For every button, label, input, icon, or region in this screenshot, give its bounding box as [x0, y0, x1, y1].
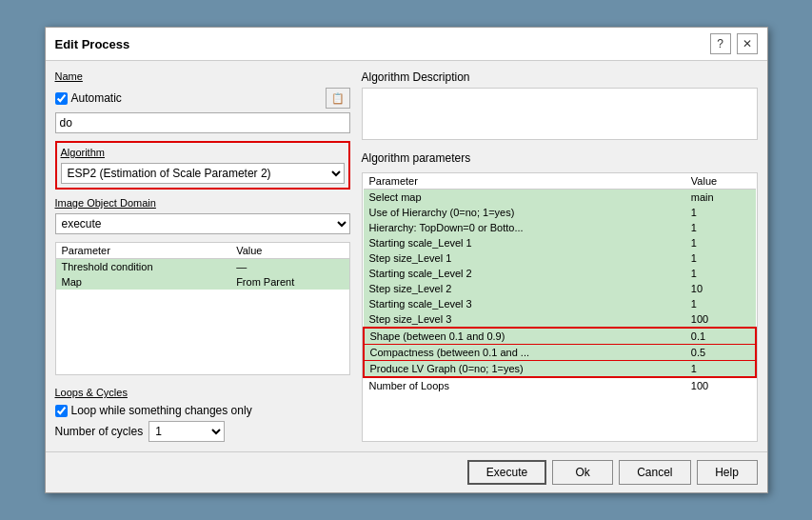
name-section: Name Automatic 📋: [55, 70, 350, 133]
cycles-select[interactable]: 1: [149, 421, 225, 442]
help-title-button[interactable]: ?: [710, 33, 731, 54]
table-row: Starting scale_Level 11: [364, 235, 756, 250]
domain-select[interactable]: execute: [55, 213, 350, 234]
name-label: Name: [55, 70, 350, 82]
name-input[interactable]: [55, 112, 350, 133]
algorithm-select[interactable]: ESP2 (Estimation of Scale Parameter 2): [61, 163, 345, 184]
table-row: Step size_Level 3100: [364, 311, 756, 328]
table-row: Starting scale_Level 31: [364, 296, 756, 311]
domain-label: Image Object Domain: [55, 197, 350, 209]
cycles-row: Number of cycles 1: [55, 421, 350, 442]
help-button[interactable]: Help: [697, 460, 758, 485]
algo-params-section: Algorithm parameters: [362, 151, 758, 167]
table-row: Starting scale_Level 21: [364, 266, 756, 281]
automatic-checkbox[interactable]: [55, 92, 68, 105]
algo-desc-section: Algorithm Description: [362, 70, 758, 140]
table-row: MapFrom Parent: [56, 274, 349, 290]
table-row: Threshold condition—: [56, 259, 349, 275]
algorithm-label: Algorithm: [61, 147, 345, 158]
table-row: Step size_Level 210: [364, 281, 756, 296]
right-param-table: Parameter Value Select mapmainUse of Hie…: [363, 173, 757, 393]
table-row: Select mapmain: [364, 190, 756, 206]
loop-checkbox-label[interactable]: Loop while something changes only: [55, 404, 350, 417]
dialog-title: Edit Process: [55, 37, 130, 51]
automatic-row: Automatic 📋: [55, 88, 350, 109]
algo-params-label: Algorithm parameters: [362, 151, 758, 165]
cancel-button[interactable]: Cancel: [619, 460, 690, 485]
loop-checkbox[interactable]: [55, 405, 68, 417]
table-row: Shape (between 0.1 and 0.9)0.1: [364, 328, 756, 345]
right-col1: Parameter: [364, 173, 685, 190]
algo-desc-label: Algorithm Description: [362, 70, 758, 84]
loops-section: Loops & Cycles Loop while something chan…: [55, 387, 350, 442]
table-row: Hierarchy: TopDown=0 or Botto...1: [364, 220, 756, 235]
title-bar: Edit Process ? ✕: [46, 28, 767, 61]
automatic-label[interactable]: Automatic: [55, 91, 122, 105]
execute-button[interactable]: Execute: [467, 460, 546, 485]
title-bar-buttons: ? ✕: [710, 33, 758, 54]
table-row: Number of Loops100: [364, 377, 756, 393]
ok-button[interactable]: Ok: [552, 460, 613, 485]
left-panel: Name Automatic 📋 Algorithm ESP2 (Estimat…: [55, 70, 350, 442]
cycles-label: Number of cycles: [55, 425, 144, 438]
table-row: Compactness (between 0.1 and ...0.5: [364, 345, 756, 361]
algo-desc-box: [362, 88, 758, 140]
loops-label: Loops & Cycles: [55, 387, 350, 398]
footer: Execute Ok Cancel Help: [46, 451, 767, 492]
domain-section: Image Object Domain execute: [55, 197, 350, 234]
edit-process-dialog: Edit Process ? ✕ Name Automatic 📋: [45, 27, 768, 493]
copy-button[interactable]: 📋: [326, 88, 350, 109]
right-panel: Algorithm Description Algorithm paramete…: [362, 70, 758, 442]
table-row: Use of Hierarchy (0=no; 1=yes)1: [364, 205, 756, 220]
table-row: Produce LV Graph (0=no; 1=yes)1: [364, 361, 756, 378]
close-title-button[interactable]: ✕: [737, 33, 758, 54]
left-param-table: Parameter Value Threshold condition—MapF…: [55, 242, 350, 375]
right-col2: Value: [685, 173, 756, 190]
algorithm-section: Algorithm ESP2 (Estimation of Scale Para…: [55, 141, 350, 190]
left-param-col2: Value: [230, 243, 348, 259]
dialog-body: Name Automatic 📋 Algorithm ESP2 (Estimat…: [46, 61, 767, 451]
left-param-col1: Parameter: [56, 243, 231, 259]
table-row: Step size_Level 11: [364, 250, 756, 266]
right-param-table-container: Parameter Value Select mapmainUse of Hie…: [362, 172, 758, 442]
